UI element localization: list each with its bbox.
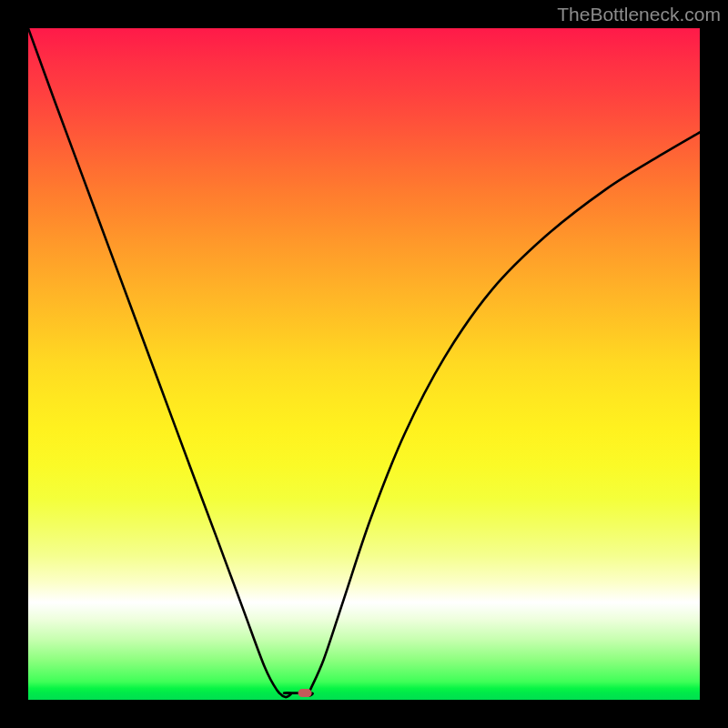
- chart-plot-area: [28, 28, 700, 700]
- bottleneck-marker: [298, 689, 312, 697]
- watermark-text: TheBottleneck.com: [557, 4, 721, 25]
- chart-frame: TheBottleneck.com: [0, 0, 728, 728]
- curve-line: [28, 28, 700, 697]
- bottleneck-curve: [28, 28, 700, 700]
